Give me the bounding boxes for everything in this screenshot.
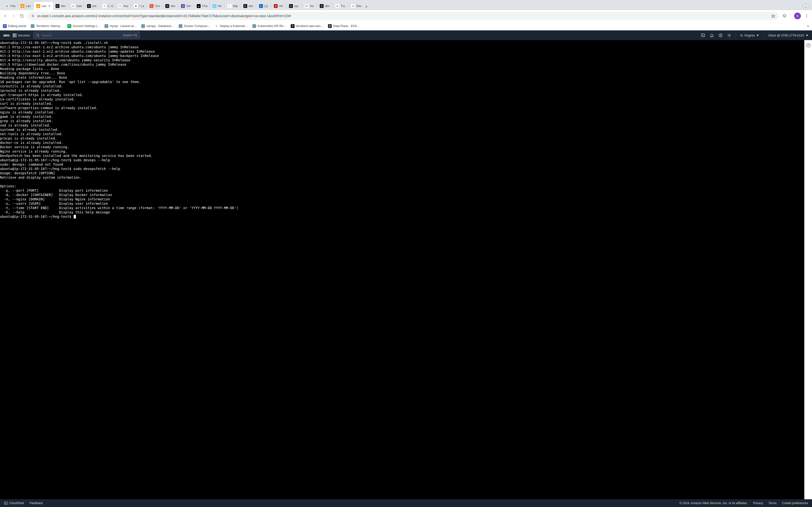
browser-tab[interactable]: GGro xyxy=(147,2,162,10)
browser-menu-icon[interactable] xyxy=(804,13,809,18)
url-field[interactable]: us-east-1.console.aws.amazon.com/ec2-ins… xyxy=(28,12,779,20)
footer-terms-link[interactable]: Terms xyxy=(768,501,777,505)
history-icon[interactable] xyxy=(806,43,811,48)
tab-favicon: M xyxy=(305,4,309,8)
bookmark-item[interactable]: ●Data Plane - EKS… xyxy=(328,24,360,28)
bookmark-item[interactable]: 🌐Kubernetes API Re… xyxy=(252,24,286,28)
tab-favicon: ✱ xyxy=(134,4,138,8)
browser-tab[interactable]: Gdev xyxy=(53,2,68,10)
help-icon[interactable] xyxy=(718,33,723,38)
bookmark-item[interactable]: 🌐Terraform: Attemp… xyxy=(31,24,63,28)
browser-tab[interactable]: in(1) xyxy=(257,2,270,10)
tab-separator xyxy=(240,3,241,7)
forward-button[interactable] xyxy=(11,13,16,18)
tab-list-dropdown[interactable]: ⌄ xyxy=(802,3,809,10)
aws-search-input[interactable] xyxy=(42,34,121,37)
footer-privacy-link[interactable]: Privacy xyxy=(753,501,763,505)
new-tab-button[interactable]: + xyxy=(363,3,370,10)
browser-tab[interactable]: AHo xyxy=(271,2,285,10)
account-label: Ofure @ 3700-1779-0153 xyxy=(768,34,804,37)
reload-button[interactable] xyxy=(19,13,24,18)
browser-tab[interactable]: ✱! La xyxy=(132,2,146,10)
bookmark-label: Editing article xyxy=(8,24,27,28)
footer-cookie-link[interactable]: Cookie preferences xyxy=(782,501,808,505)
tab-favicon: ■ xyxy=(36,4,40,8)
tab-label: http xyxy=(233,4,238,8)
browser-tab[interactable]: Ghow xyxy=(69,2,83,10)
settings-icon[interactable] xyxy=(727,33,731,38)
browser-tab-strip: ⚙Cha■Lau■Lau✕GdevGhowGpre≡1. GGhov✱! LaG… xyxy=(0,0,812,10)
cloudshell-icon[interactable] xyxy=(701,33,705,38)
svg-point-14 xyxy=(729,35,729,36)
tab-favicon: A xyxy=(274,4,278,8)
tab-separator xyxy=(348,3,348,7)
aws-logo[interactable]: aws xyxy=(3,33,9,37)
browser-tab[interactable]: ✲Dev xyxy=(349,2,363,10)
bookmark-star-icon[interactable] xyxy=(771,13,775,18)
site-info-icon[interactable] xyxy=(31,14,35,18)
bookmark-favicon: N xyxy=(67,24,71,28)
terminal-cursor xyxy=(74,215,76,219)
svg-point-3 xyxy=(33,16,34,17)
browser-tab[interactable]: CHo xyxy=(210,2,224,10)
bookmark-item[interactable]: ▯Deploy a Kubernet… xyxy=(215,24,248,28)
back-button[interactable] xyxy=(3,13,8,18)
tab-label: dev xyxy=(61,4,65,8)
browser-tab[interactable]: ●Cha xyxy=(194,2,209,10)
tab-separator xyxy=(115,3,115,7)
tab-favicon: in xyxy=(259,4,263,8)
bookmarks-overflow-icon[interactable]: » xyxy=(807,24,809,28)
bookmark-item[interactable]: 🌐Docker Compose… xyxy=(179,24,210,28)
browser-tab[interactable]: ■Lau xyxy=(18,2,33,10)
bookmark-label: Kubernetes API Re… xyxy=(258,24,286,28)
notifications-icon[interactable] xyxy=(710,33,714,38)
browser-tab[interactable]: ≡1. G xyxy=(100,2,114,10)
footer-cloudshell-button[interactable]: CloudShell xyxy=(4,501,24,505)
extensions-icon[interactable] xyxy=(782,13,787,18)
aws-account-menu[interactable]: Ofure @ 3700-1779-0153 ▼ xyxy=(768,34,809,37)
aws-search-field[interactable]: [Option+S] xyxy=(33,32,140,39)
tab-favicon: ⚙ xyxy=(5,4,9,8)
browser-tab[interactable]: Ghov xyxy=(116,2,130,10)
bookmark-label: Terraform: Attemp… xyxy=(36,24,63,28)
bookmark-item[interactable]: 🌐mysql - Laravel wi… xyxy=(104,24,137,28)
browser-tab[interactable]: Gdev xyxy=(163,2,177,10)
svg-marker-4 xyxy=(771,14,775,17)
region-label: N. Virginia xyxy=(740,34,755,37)
aws-region-selector[interactable]: N. Virginia ▼ xyxy=(740,34,759,37)
ssh-terminal[interactable]: ubuntu@ip-172-31-95-167:~/hng-test$ sudo… xyxy=(0,40,804,499)
tab-label: (1) xyxy=(264,4,268,8)
browser-tab[interactable]: Gpre xyxy=(85,2,99,10)
tab-label: Ho xyxy=(218,4,221,8)
svg-point-8 xyxy=(37,34,39,36)
browser-tab[interactable]: MHo xyxy=(302,2,316,10)
tab-favicon: G xyxy=(289,4,293,8)
close-tab-icon[interactable]: ✕ xyxy=(48,4,51,8)
bookmark-item[interactable]: 🌐xampp - Database… xyxy=(141,24,174,28)
cloudshell-label: CloudShell xyxy=(9,501,24,505)
tab-favicon: G xyxy=(165,4,169,8)
tab-separator xyxy=(194,3,194,7)
profile-avatar[interactable]: S xyxy=(794,12,801,19)
bookmark-label: mysql - Laravel wi… xyxy=(110,24,137,28)
tab-favicon: ⇡ xyxy=(227,4,232,8)
browser-tab[interactable]: ■Lau✕ xyxy=(34,2,53,10)
bookmark-item[interactable]: Gterraform-aws-iam… xyxy=(291,24,323,28)
tab-label: Ho xyxy=(279,4,283,8)
browser-tab[interactable]: ⇡http xyxy=(225,2,240,10)
bookmark-item[interactable]: ✎Editing article xyxy=(3,24,27,28)
bookmark-item[interactable]: NAccount Settings |… xyxy=(67,24,100,28)
bookmark-favicon: 🌐 xyxy=(252,24,256,28)
browser-tab[interactable]: ✲Tru xyxy=(333,2,348,10)
bookmark-favicon: ● xyxy=(328,24,332,28)
tab-favicon: S xyxy=(181,4,185,8)
tab-favicon: ✲ xyxy=(336,4,339,8)
aws-services-menu[interactable]: Services xyxy=(13,34,30,37)
browser-tab[interactable]: Gsys xyxy=(287,2,301,10)
browser-tab[interactable]: Gdev xyxy=(317,2,332,10)
tab-label: Tru xyxy=(341,4,345,8)
browser-tab[interactable]: SSer xyxy=(179,2,193,10)
browser-tab[interactable]: Gdev xyxy=(241,2,255,10)
footer-feedback-link[interactable]: Feedback xyxy=(30,501,43,505)
browser-tab[interactable]: ⚙Cha xyxy=(2,2,17,10)
